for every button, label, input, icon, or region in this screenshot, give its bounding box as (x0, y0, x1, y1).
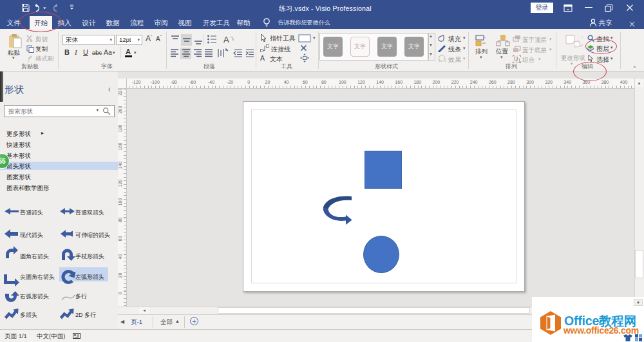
svg-text:A: A (223, 35, 229, 44)
